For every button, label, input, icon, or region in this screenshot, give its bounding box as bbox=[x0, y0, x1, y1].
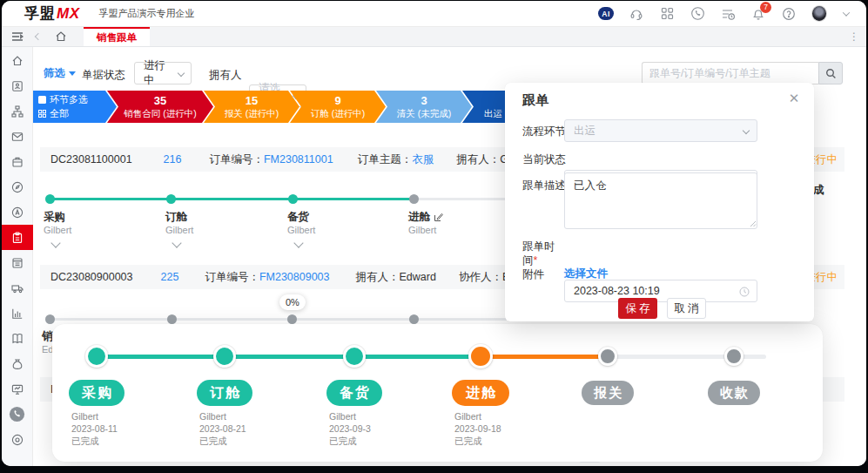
step-status: 已完成 bbox=[199, 435, 246, 447]
flow-stage-sales-contract[interactable]: 35 销售合同 (进行中) bbox=[107, 91, 213, 123]
expand-step-chevron-icon[interactable] bbox=[172, 238, 181, 247]
step-owner: Gilbert bbox=[44, 225, 71, 235]
stage-label: 清关 (未完成) bbox=[397, 108, 451, 119]
tab-overflow-icon[interactable]: ⋮ bbox=[849, 27, 859, 46]
doc-badge-count[interactable]: 216 bbox=[164, 153, 182, 166]
tab-sales-tracking[interactable]: 销售跟单 bbox=[84, 27, 150, 46]
popup-step-booking[interactable]: 订舱 bbox=[197, 380, 252, 406]
step-owner: Gilbert bbox=[408, 225, 436, 235]
stage-select-disabled[interactable]: 出运 bbox=[564, 119, 757, 142]
tab-bar: 销售跟单 ⋮ bbox=[2, 27, 866, 47]
sidebar-item-logistics[interactable] bbox=[2, 275, 33, 301]
description-textarea[interactable]: 已入仓 bbox=[564, 172, 757, 229]
time-input[interactable]: 2023-08-23 10:19 bbox=[564, 280, 757, 302]
sidebar-item-discover[interactable] bbox=[2, 174, 33, 199]
step-dot[interactable] bbox=[45, 314, 55, 324]
top-header: 孚盟 MX 孚盟产品演示专用企业 AI bbox=[2, 1, 866, 27]
sidebar-item-workbench[interactable] bbox=[2, 376, 33, 402]
user-avatar[interactable] bbox=[811, 6, 827, 22]
step-owner: Gilbert bbox=[71, 410, 118, 422]
headset-support-icon[interactable] bbox=[629, 6, 644, 22]
sidebar-item-ledger[interactable] bbox=[2, 326, 33, 351]
subject-link[interactable]: 衣服 bbox=[412, 152, 434, 167]
resize-handle-icon[interactable] bbox=[749, 220, 757, 227]
expand-step-chevron-icon[interactable] bbox=[293, 238, 303, 247]
home-tab-icon[interactable] bbox=[54, 27, 68, 46]
collapse-menu-icon[interactable] bbox=[10, 27, 24, 46]
flow-stage-customs[interactable]: 15 报关 (进行中) bbox=[204, 91, 299, 123]
modal-title: 跟单 bbox=[522, 92, 548, 109]
sidebar-item-crm[interactable] bbox=[2, 199, 33, 225]
expand-step-chevron-icon[interactable] bbox=[50, 238, 60, 247]
help-icon[interactable] bbox=[781, 6, 797, 22]
back-arrow-icon[interactable] bbox=[31, 27, 45, 46]
close-icon[interactable]: ✕ bbox=[786, 91, 802, 106]
sidebar-item-org[interactable] bbox=[2, 98, 33, 124]
popup-step-detail: Gilbert 2023-09-3 已完成 bbox=[329, 410, 371, 447]
time-field-label-line2: 间* bbox=[522, 253, 537, 268]
popup-step-purchase[interactable]: 采购 bbox=[69, 380, 124, 406]
sidebar-item-mail[interactable] bbox=[2, 124, 33, 149]
ai-badge: AI bbox=[598, 7, 614, 20]
step-dot-loading[interactable] bbox=[409, 194, 419, 204]
cancel-button[interactable]: 取消 bbox=[667, 298, 706, 319]
flow-stage-all[interactable]: 环节多选 全部 bbox=[33, 91, 117, 123]
apps-grid-icon[interactable] bbox=[659, 6, 675, 22]
popup-step-loading[interactable]: 进舱 bbox=[452, 380, 509, 406]
sidebar-item-home[interactable] bbox=[2, 48, 33, 73]
order-no-link[interactable]: FM230809003 bbox=[259, 271, 330, 283]
popup-step-label: 报关 bbox=[594, 385, 623, 402]
stage-count: 35 bbox=[154, 94, 166, 108]
popup-dot-stocking bbox=[343, 345, 366, 368]
filter-toggle-button[interactable]: 筛选 bbox=[44, 66, 76, 81]
step-dot[interactable] bbox=[409, 314, 419, 324]
sidebar-item-orders-active[interactable] bbox=[2, 225, 33, 250]
whatsapp-icon[interactable] bbox=[690, 6, 705, 22]
notifications-bell-icon[interactable]: 7 bbox=[750, 6, 766, 22]
tab-label: 销售跟单 bbox=[97, 31, 137, 44]
search-input[interactable] bbox=[642, 62, 818, 84]
stage-field-label: 流程环节 bbox=[522, 125, 566, 139]
task-list-icon[interactable] bbox=[720, 6, 736, 22]
step-name: 采购 bbox=[44, 210, 65, 225]
save-button[interactable]: 保存 bbox=[618, 298, 657, 319]
order-no-link[interactable]: FM230811001 bbox=[264, 153, 333, 166]
sidebar-item-settings[interactable] bbox=[2, 427, 33, 452]
ai-assistant-button[interactable]: AI bbox=[598, 6, 614, 22]
sidebar-item-whatsapp[interactable] bbox=[2, 402, 33, 427]
sidebar-item-finance[interactable] bbox=[2, 351, 33, 376]
step-dot-booking[interactable] bbox=[166, 194, 176, 204]
popup-step-label: 备货 bbox=[340, 384, 371, 402]
doc-status-select[interactable]: 进行中 bbox=[134, 62, 192, 84]
stage-count: 3 bbox=[421, 94, 427, 108]
flow-stage-booking[interactable]: 9 订舱 (进行中) bbox=[290, 91, 386, 123]
sidebar-item-reports[interactable] bbox=[2, 301, 33, 326]
popup-dot-customs bbox=[598, 347, 617, 366]
sidebar-item-documents[interactable] bbox=[2, 250, 33, 275]
owner-value: Edward bbox=[400, 271, 436, 283]
popup-dot-loading bbox=[468, 344, 493, 368]
step-dot-purchase[interactable] bbox=[45, 194, 55, 204]
step-dot-stocking[interactable] bbox=[288, 194, 298, 204]
popup-step-customs[interactable]: 报关 bbox=[582, 381, 634, 405]
step-dot[interactable] bbox=[287, 314, 297, 324]
attachment-field-label: 附件 bbox=[522, 267, 544, 282]
choose-file-link[interactable]: 选择文件 bbox=[564, 267, 608, 281]
sidebar-item-products[interactable] bbox=[2, 149, 33, 174]
doc-badge-count[interactable]: 225 bbox=[161, 271, 179, 283]
user-menu-chevron-icon[interactable] bbox=[842, 6, 851, 22]
popup-step-label: 订舱 bbox=[210, 384, 241, 402]
app-window: 孚盟 MX 孚盟产品演示专用企业 AI bbox=[2, 1, 866, 466]
order-no-label: 订单编号： bbox=[205, 270, 259, 285]
edit-step-icon[interactable] bbox=[434, 213, 443, 222]
search-button[interactable] bbox=[818, 62, 843, 84]
multi-select-checkbox[interactable] bbox=[38, 96, 46, 104]
step-owner: Gilbert bbox=[199, 410, 246, 422]
sidebar-item-contacts[interactable] bbox=[2, 73, 33, 98]
flow-stage-clearance[interactable]: 3 清关 (未完成) bbox=[376, 91, 472, 123]
step-dot[interactable] bbox=[167, 314, 177, 324]
stage-label: 报关 (进行中) bbox=[225, 108, 279, 119]
popup-step-stocking[interactable]: 备货 bbox=[326, 380, 382, 406]
popup-step-label: 采购 bbox=[82, 384, 113, 402]
popup-step-payment[interactable]: 收款 bbox=[708, 381, 760, 405]
